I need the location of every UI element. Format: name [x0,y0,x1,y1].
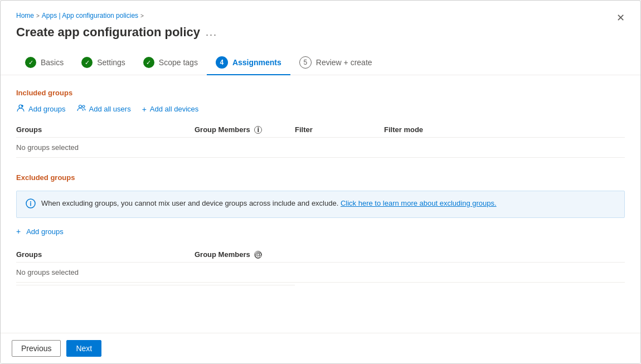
add-all-devices-link[interactable]: + Add all devices [142,105,199,114]
info-box: When excluding groups, you cannot mix us… [16,191,625,218]
included-no-groups-row: No groups selected [16,138,625,158]
excluded-groups-section: Excluded groups When excluding groups, y… [16,173,625,285]
modal-header: Home > Apps | App configuration policies… [1,1,640,51]
excluded-bottom-divider [16,285,295,285]
add-groups-link[interactable]: Add groups [16,104,66,114]
group-members-info-icon[interactable]: i [254,126,262,134]
previous-button[interactable]: Previous [12,340,61,357]
included-no-groups-text: No groups selected [16,143,195,152]
excluded-add-groups-icon: + [16,227,21,236]
modal-container: Home > Apps | App configuration policies… [0,0,641,364]
svg-point-3 [79,105,81,108]
included-col-filter: Filter [295,125,384,134]
excluded-groups-section-label: Excluded groups [16,173,625,182]
excluded-group-members-info-icon[interactable]: @ [254,251,262,259]
included-groups-actions: Add groups Add all users + Add all devic… [16,104,625,114]
step-scope-tags[interactable]: ✓ Scope tags [134,51,207,75]
step-basics[interactable]: ✓ Basics [16,51,72,75]
svg-point-7 [30,201,31,202]
step-assignments[interactable]: 4 Assignments [207,51,290,75]
step-review-create[interactable]: 5 Review + create [290,51,381,75]
breadcrumb-sep2: > [140,13,144,19]
included-table-header: Groups Group Members i Filter Filter mod… [16,122,625,138]
close-button[interactable]: ✕ [612,9,629,26]
step-settings-label: Settings [97,58,125,67]
step-settings[interactable]: ✓ Settings [72,51,134,75]
excluded-table-header: Groups Group Members @ [16,247,625,263]
excluded-add-groups-link[interactable]: + Add groups [16,227,64,236]
add-all-users-label: Add all users [89,105,131,113]
modal-content: Included groups Add groups Add all users… [1,89,640,333]
next-button[interactable]: Next [66,340,101,357]
excluded-add-groups-label: Add groups [26,227,64,236]
excluded-no-groups-text: No groups selected [16,268,195,276]
title-row: Create app configuration policy ... [16,25,625,40]
breadcrumb-apps[interactable]: Apps | App configuration policies [42,12,138,20]
add-groups-label: Add groups [28,105,66,113]
step-basics-label: Basics [41,58,64,67]
step-scope-tags-icon: ✓ [143,57,154,68]
info-box-text: When excluding groups, you cannot mix us… [41,198,497,209]
svg-point-0 [19,105,22,108]
step-assignments-label: Assignments [232,58,281,67]
add-all-devices-icon: + [142,105,147,114]
add-all-users-link[interactable]: Add all users [77,104,131,114]
modal-footer: Previous Next [1,333,640,363]
svg-point-4 [82,105,85,108]
add-all-users-icon [77,104,86,114]
excluded-no-groups-row: No groups selected [16,263,625,283]
add-all-devices-label: Add all devices [150,105,198,113]
wizard-steps: ✓ Basics ✓ Settings ✓ Scope tags 4 Assig… [1,51,640,75]
step-basics-icon: ✓ [25,57,36,68]
step-settings-icon: ✓ [81,57,93,68]
breadcrumb: Home > Apps | App configuration policies… [16,12,625,20]
step-scope-tags-label: Scope tags [159,58,198,67]
more-options-button[interactable]: ... [206,27,217,38]
included-col-group-members: Group Members i [195,125,295,134]
excluded-col-group-members: Group Members @ [195,250,295,259]
breadcrumb-home[interactable]: Home [16,12,34,20]
info-box-icon [26,198,36,211]
learn-more-link[interactable]: Click here to learn more about excluding… [341,199,497,207]
step-assignments-num: 4 [216,56,228,69]
step-review-create-label: Review + create [316,58,372,67]
included-col-filter-mode: Filter mode [384,125,473,134]
excluded-col-groups: Groups [16,250,195,259]
add-groups-icon [16,104,25,114]
included-col-groups: Groups [16,125,195,134]
breadcrumb-sep1: > [36,13,40,19]
included-groups-section-label: Included groups [16,89,625,97]
step-review-create-num: 5 [299,56,312,69]
page-title: Create app configuration policy [16,25,200,40]
